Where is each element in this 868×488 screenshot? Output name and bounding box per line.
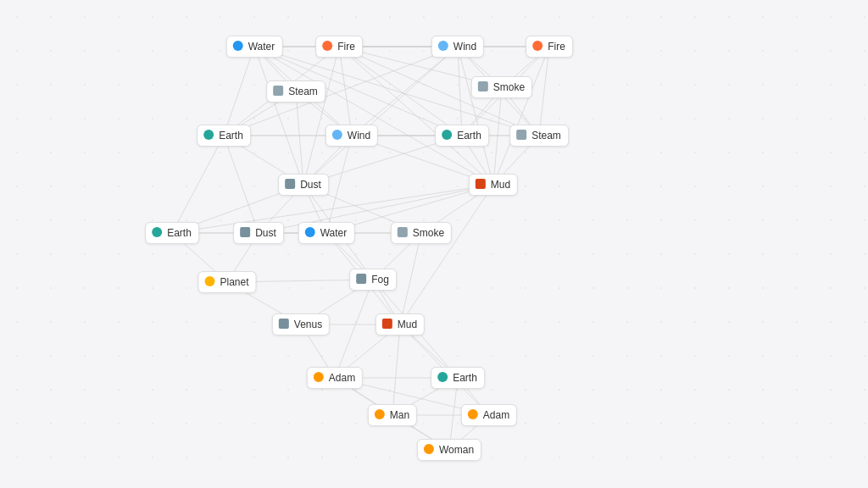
node-icon-planet1 [203,275,215,289]
node-water1[interactable]: Water [226,36,283,58]
node-fire1[interactable]: Fire [315,36,363,58]
node-icon-earth1 [203,129,214,142]
node-label-dust1: Dust [300,179,321,191]
node-icon-mud1 [475,178,487,191]
node-planet1[interactable]: Planet [198,271,256,293]
node-icon-smoke1 [477,80,489,94]
node-label-fog1: Fog [371,274,389,286]
node-icon-mud2 [381,318,393,331]
node-water2[interactable]: Water [298,222,355,244]
node-icon-water2 [304,226,316,240]
svg-line-71 [400,233,421,324]
node-man1[interactable]: Man [368,404,417,426]
svg-rect-107 [240,227,250,237]
svg-rect-105 [476,179,486,189]
node-icon-fire2 [531,40,543,53]
svg-rect-113 [382,319,392,329]
svg-line-41 [224,136,259,233]
edges-svg [0,0,868,488]
svg-rect-111 [356,274,366,284]
svg-point-97 [532,41,542,51]
node-wind1[interactable]: Wind [431,36,484,58]
svg-point-108 [305,227,315,237]
node-label-water1: Water [248,41,275,53]
svg-line-9 [254,47,493,185]
svg-rect-109 [398,227,408,237]
svg-point-106 [152,227,162,237]
node-icon-earth3 [151,226,163,240]
node-label-fire1: Fire [337,41,355,53]
svg-point-95 [322,41,332,51]
node-icon-man1 [374,408,386,422]
node-icon-venus1 [278,318,290,331]
svg-line-8 [254,47,303,185]
svg-point-117 [468,409,478,419]
node-icon-water1 [232,40,244,53]
node-icon-dust1 [284,178,296,191]
node-icon-wind1 [437,40,449,53]
svg-point-101 [332,130,342,140]
svg-point-100 [203,130,214,140]
node-earth2[interactable]: Earth [435,125,489,147]
node-icon-adam2 [467,408,479,422]
node-earth3[interactable]: Earth [145,222,199,244]
svg-rect-99 [478,81,488,92]
node-smoke1[interactable]: Smoke [471,76,532,98]
node-woman1[interactable]: Woman [417,439,481,461]
node-icon-fog1 [355,273,367,286]
node-icon-steam1 [272,85,284,98]
node-icon-wind2 [331,129,343,142]
node-venus1[interactable]: Venus [272,313,330,336]
node-dust2[interactable]: Dust [233,222,284,244]
node-label-wind2: Wind [348,130,370,141]
svg-point-116 [375,409,385,419]
node-label-water2: Water [320,227,348,239]
node-label-woman1: Woman [439,444,474,456]
node-icon-adam1 [313,371,325,385]
node-label-venus1: Venus [294,319,322,330]
node-mud2[interactable]: Mud [376,313,425,336]
node-label-steam2: Steam [531,130,561,141]
node-label-earth3: Earth [167,227,192,239]
svg-rect-98 [273,86,283,96]
node-icon-earth2 [441,129,453,142]
node-label-earth1: Earth [219,130,243,141]
node-label-adam2: Adam [483,409,509,421]
node-adam2[interactable]: Adam [461,404,517,426]
node-dust1[interactable]: Dust [278,174,329,196]
node-label-planet1: Planet [220,276,248,288]
svg-rect-104 [285,179,295,189]
node-label-fire2: Fire [548,41,565,53]
node-icon-earth4 [437,371,448,385]
node-smoke2[interactable]: Smoke [391,222,452,244]
svg-point-96 [438,41,448,51]
node-label-mud1: Mud [491,179,510,191]
svg-line-18 [339,47,493,185]
node-label-earth2: Earth [457,130,481,141]
node-fire2[interactable]: Fire [526,36,573,58]
svg-rect-112 [279,319,289,329]
node-label-dust2: Dust [255,227,276,239]
svg-point-115 [437,372,448,382]
svg-point-94 [233,41,243,51]
node-icon-fire1 [321,40,333,53]
node-label-adam1: Adam [329,372,355,384]
node-earth4[interactable]: Earth [431,367,485,389]
svg-point-102 [442,130,452,140]
node-label-man1: Man [390,409,409,421]
node-label-smoke2: Smoke [413,227,444,239]
node-fog1[interactable]: Fog [349,269,397,291]
node-mud1[interactable]: Mud [469,174,518,196]
node-icon-woman1 [423,443,435,457]
node-label-earth4: Earth [453,372,477,384]
node-steam2[interactable]: Steam [509,125,569,147]
node-adam1[interactable]: Adam [307,367,363,389]
svg-point-114 [314,372,324,382]
node-steam1[interactable]: Steam [266,80,326,103]
node-wind2[interactable]: Wind [326,125,378,147]
node-earth1[interactable]: Earth [197,125,251,147]
node-icon-dust2 [239,226,251,240]
svg-rect-103 [516,130,526,140]
svg-line-22 [352,47,458,136]
svg-point-118 [424,444,434,454]
